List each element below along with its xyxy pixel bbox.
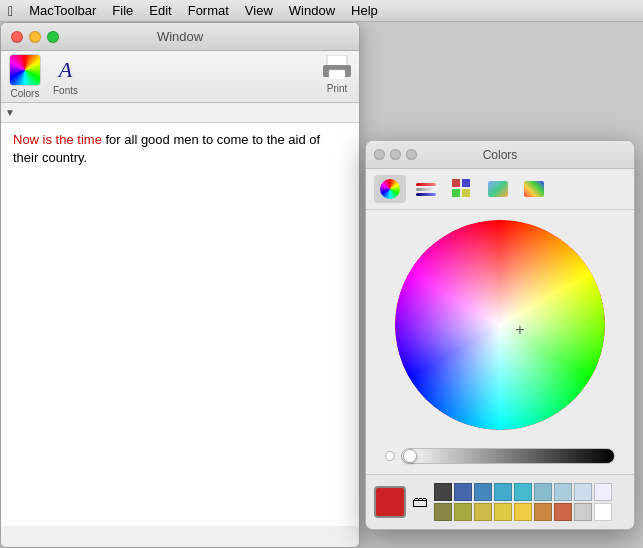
swatch-olive2[interactable] [454,503,472,521]
swatch-row: 🗃 [374,483,628,521]
colors-titlebar: Colors [366,141,634,169]
swatch-grid [434,483,628,521]
swatch-tan[interactable] [534,503,552,521]
colors-close-button[interactable] [374,149,385,160]
print-toolbar-item[interactable]: Print [323,55,351,94]
menu-window[interactable]: Window [289,3,335,18]
color-wheel-tab-icon [380,179,400,199]
swatch-pale-cyan[interactable] [554,483,572,501]
current-color-swatch[interactable] [374,486,406,518]
svg-rect-5 [452,189,460,197]
swatch-gold1[interactable] [474,503,492,521]
sliders-tab[interactable] [410,175,442,203]
maximize-button[interactable] [47,31,59,43]
fonts-icon: A [55,57,76,83]
svg-text:+: + [515,321,524,338]
sliders-tab-icon [416,183,436,196]
menu-view[interactable]: View [245,3,273,18]
colors-minimize-button[interactable] [390,149,401,160]
window-titlebar: Window [1,23,359,51]
color-tabs [366,169,634,210]
print-label: Print [327,83,348,94]
minimize-button[interactable] [29,31,41,43]
crayon-tab[interactable] [518,175,550,203]
brightness-thumb [403,449,417,463]
colors-panel-title: Colors [483,148,518,162]
dropdown-arrow-icon: ▼ [5,107,15,118]
image-tab-icon [488,181,508,197]
fonts-toolbar-item[interactable]: A Fonts [53,57,78,96]
color-wheel-area[interactable]: + [366,210,634,440]
swatch-orange[interactable] [554,503,572,521]
colors-traffic-lights [374,149,417,160]
menu-edit[interactable]: Edit [149,3,171,18]
image-tab[interactable] [482,175,514,203]
traffic-lights [11,31,59,43]
text-area[interactable]: Now is the time for all good men to come… [1,123,359,526]
text-red-part: Now is the time [13,132,102,147]
swatch-white[interactable] [594,503,612,521]
grid-tab-icon [452,179,472,199]
brightness-min-icon [385,451,395,461]
swatch-light-gray[interactable] [574,503,592,521]
window-title: Window [157,29,203,44]
menu-format[interactable]: Format [188,3,229,18]
swatch-very-pale-cyan[interactable] [574,483,592,501]
toolbar: Colors A Fonts Print [1,51,359,103]
color-wheel-tab[interactable] [374,175,406,203]
menu-mactoolbar[interactable]: MacToolbar [29,3,96,18]
swatch-near-white-blue[interactable] [594,483,612,501]
fonts-label: Fonts [53,85,78,96]
swatch-dark-gray[interactable] [434,483,452,501]
main-window: Window Colors A Fonts Print ▼ Now is the… [0,22,360,548]
svg-rect-3 [452,179,460,187]
swatch-light-cyan[interactable] [534,483,552,501]
svg-rect-4 [462,179,470,187]
swatch-blue1[interactable] [454,483,472,501]
swatch-yellow1[interactable] [514,503,532,521]
color-wheel[interactable]: + [395,220,605,430]
brightness-slider[interactable] [401,448,615,464]
menu-help[interactable]: Help [351,3,378,18]
colors-panel: Colors [365,140,635,530]
svg-rect-6 [462,189,470,197]
eyedropper-tool[interactable]: 🗃 [412,493,428,511]
print-icon [323,55,351,79]
text-content: Now is the time for all good men to come… [13,131,347,167]
swatch-cyan2[interactable] [514,483,532,501]
svg-rect-2 [329,70,345,79]
colors-maximize-button[interactable] [406,149,417,160]
grid-tab[interactable] [446,175,478,203]
swatch-gold2[interactable] [494,503,512,521]
dropdown-row[interactable]: ▼ [1,103,359,123]
swatch-blue2[interactable] [474,483,492,501]
menu-file[interactable]: File [112,3,133,18]
brightness-slider-row [385,448,615,464]
colors-icon [9,54,41,86]
apple-menu[interactable]:  [8,3,13,19]
color-wheel-svg: + [395,220,605,430]
crayon-tab-icon [524,181,544,197]
colors-toolbar-item[interactable]: Colors [9,54,41,99]
menubar:  MacToolbar File Edit Format View Windo… [0,0,643,22]
close-button[interactable] [11,31,23,43]
color-swatches-section: 🗃 [366,474,635,529]
swatch-cyan1[interactable] [494,483,512,501]
colors-label: Colors [11,88,40,99]
swatch-olive1[interactable] [434,503,452,521]
